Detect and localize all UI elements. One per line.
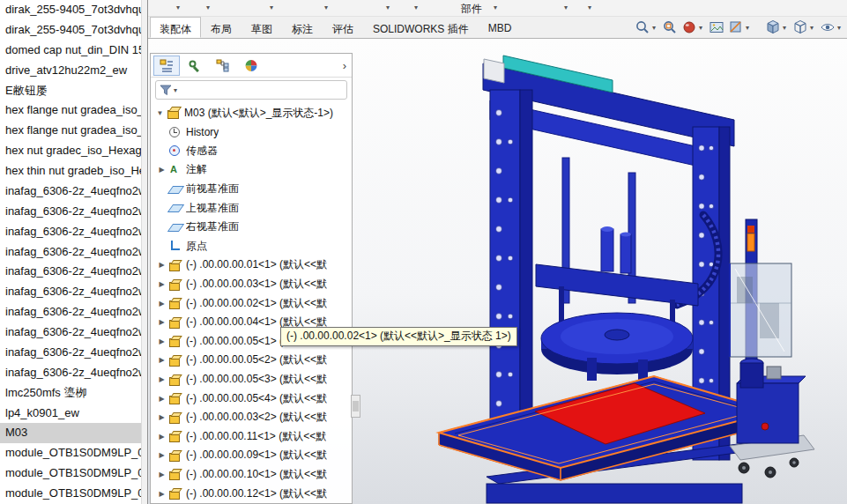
parts-list-item[interactable]: lp4_k0901_ew	[0, 404, 141, 424]
parts-list-item[interactable]: module_OTB1S0DM9LP_03	[0, 484, 141, 504]
parts-list-item[interactable]: inafag_6306-2z_4ueqfno2w	[0, 363, 141, 383]
parts-list-item[interactable]: module_OTB1S0DM9LP_01	[0, 443, 141, 463]
feature-tree-item[interactable]: ▶ (-) .00.00.00.05<4> (默认<<默	[151, 389, 352, 408]
apply-scene-icon[interactable]	[707, 19, 725, 37]
dropdown-caret-icon[interactable]	[746, 24, 753, 32]
dropdown-caret-icon[interactable]	[588, 4, 591, 11]
parts-list-item[interactable]: lmc250mfs 瑬栁	[0, 383, 141, 404]
parts-list-item[interactable]: inafag_6306-2z_4ueqfno2w	[0, 343, 141, 363]
expand-arrow-icon[interactable]: ▶	[157, 375, 167, 383]
zoom-to-fit-icon[interactable]	[633, 19, 651, 37]
parts-list-item[interactable]: module_OTB1S0DM9LP_02	[0, 463, 141, 484]
parts-list-item[interactable]: inafag_6306-2z_4ueqfno2w	[0, 302, 141, 322]
dropdown-caret-icon[interactable]	[837, 24, 844, 32]
expand-arrow-icon[interactable]: ▶	[157, 433, 167, 441]
dropdown-caret-icon[interactable]	[324, 4, 328, 11]
parts-list-item[interactable]: E敝钮屡	[0, 81, 141, 101]
dropdown-caret-icon[interactable]	[652, 24, 659, 32]
ribbon-tab[interactable]: MBD	[479, 17, 522, 38]
edit-appearance-icon[interactable]	[680, 19, 698, 37]
parts-list-item[interactable]: M03	[0, 423, 141, 443]
feature-tree-item[interactable]: ▶ (-) .00.00.00.11<1> (默认<<默	[151, 427, 352, 447]
dropdown-caret-icon[interactable]	[270, 4, 273, 11]
expand-arrow-icon[interactable]: ▶	[157, 413, 167, 421]
parts-list-scrollbar[interactable]	[141, 0, 147, 504]
feature-tree-item[interactable]: ▶ (-) .00.00.00.05<3> (默认<<默	[151, 370, 352, 389]
panel-expand-chevron-icon[interactable]	[343, 59, 346, 72]
parts-list-item[interactable]: inafag_6306-2z_4ueqfno2w	[0, 182, 141, 202]
expand-arrow-icon[interactable]: ▶	[157, 337, 167, 345]
display-style-icon[interactable]	[791, 19, 809, 37]
dropdown-caret-icon[interactable]	[699, 24, 706, 32]
feature-tree-item[interactable]: ▶ (-) .00.00.00.12<1> (默认<<默	[151, 484, 352, 503]
dropdown-caret-icon[interactable]	[494, 4, 497, 11]
dropdown-caret-icon[interactable]	[783, 24, 790, 32]
parts-list-item[interactable]: dirak_255-9405_7ot3dvhqu	[0, 0, 141, 20]
section-view-icon[interactable]	[726, 19, 745, 37]
ribbon-tab[interactable]: 布局	[201, 17, 241, 38]
ribbon-tab[interactable]: 草图	[241, 17, 282, 38]
parts-list-item[interactable]: hex thin nut gradeb_iso_He	[0, 161, 141, 182]
feature-tree-item[interactable]: 右视基准面	[151, 218, 352, 237]
dropdown-caret-icon[interactable]	[414, 4, 418, 11]
feature-tree-item[interactable]: 前视基准面	[151, 180, 352, 199]
feature-tree-item[interactable]: ▶ (-) .00.00.00.09<1> (默认<<默	[151, 446, 352, 465]
feature-tree-item[interactable]: ▶ (-) .00.00.00.01<1> (默认<<默	[151, 256, 352, 275]
parts-list-item[interactable]: dirak_255-9405_7ot3dvhqu	[0, 20, 141, 41]
tab-configurationmanager[interactable]	[210, 56, 236, 76]
enclosure-part[interactable]	[730, 263, 791, 357]
feature-tree-item[interactable]: ▶ (-) .00.00.00.05<2> (默认<<默	[151, 351, 352, 370]
viewport-3d[interactable]: ▼ M03 (默认<默认>_显示状态-1>) History 传感器 ▶	[148, 39, 847, 504]
left-column-part[interactable]	[485, 90, 532, 455]
feature-tree-item[interactable]: ▶ (-) .00.00.00.10<1> (默认<<默	[151, 465, 352, 485]
parts-list-item[interactable]: inafag_6306-2z_4ueqfno2w	[0, 282, 141, 302]
expand-arrow-icon[interactable]: ▶	[157, 471, 167, 478]
part-menu-button[interactable]: 部件	[458, 2, 485, 17]
hide-show-items-icon[interactable]	[818, 19, 836, 37]
tab-propertymanager[interactable]	[182, 56, 208, 76]
tree-filter-input[interactable]	[155, 80, 347, 100]
expand-arrow-icon[interactable]: ▶	[157, 490, 167, 498]
dropdown-caret-icon[interactable]	[174, 86, 177, 94]
expand-arrow-icon[interactable]: ▶	[157, 451, 167, 459]
expand-arrow-icon[interactable]: ▶	[157, 280, 167, 288]
expand-arrow-icon[interactable]: ▶	[157, 300, 167, 308]
dropdown-caret-icon[interactable]	[564, 4, 568, 11]
ribbon-tab[interactable]: 装配体	[150, 17, 201, 38]
parts-list-item[interactable]: hex flange nut gradea_iso_	[0, 100, 141, 121]
expand-arrow-icon[interactable]: ▶	[157, 395, 167, 403]
tab-displaymanager[interactable]	[238, 56, 264, 76]
ribbon-tab[interactable]: SOLIDWORKS 插件	[363, 17, 479, 38]
parts-list-item[interactable]: inafag_6306-2z_4ueqfno2w	[0, 322, 141, 343]
expand-arrow-icon[interactable]: ▶	[157, 318, 167, 326]
expand-arrow-icon[interactable]: ▶	[157, 356, 167, 364]
feature-tree-item[interactable]: 传感器	[151, 142, 352, 161]
tab-featuremanager[interactable]	[153, 56, 180, 76]
view-orientation-icon[interactable]	[763, 19, 782, 37]
feature-tree-root[interactable]: ▼ M03 (默认<默认>_显示状态-1>)	[151, 103, 352, 122]
dropdown-caret-icon[interactable]	[176, 4, 180, 11]
parts-list-item[interactable]: domed cap nut_din_DIN 15	[0, 41, 141, 61]
zoom-to-area-icon[interactable]	[660, 19, 679, 37]
parts-list-item[interactable]: hex flange nut gradea_iso_	[0, 121, 141, 141]
ribbon-tab[interactable]: 评估	[323, 17, 363, 38]
parts-list-item[interactable]: hex nut gradec_iso_Hexag	[0, 141, 141, 161]
parts-list-item[interactable]: inafag_6306-2z_4ueqfno2w	[0, 242, 141, 263]
feature-tree-item[interactable]: 原点	[151, 237, 352, 256]
feature-tree-item[interactable]: ▶ 注解	[151, 160, 352, 180]
parts-list-item[interactable]: inafag_6306-2z_4ueqfno2w	[0, 202, 141, 222]
dropdown-caret-icon[interactable]	[206, 4, 210, 11]
expand-arrow-icon[interactable]: ▶	[157, 261, 167, 269]
expand-arrow-icon[interactable]: ▶	[157, 166, 167, 174]
ribbon-tab[interactable]: 标注	[282, 17, 323, 38]
feature-tree-item[interactable]: ▶ (-) .00.00.00.02<1> (默认<<默	[151, 293, 352, 313]
parts-list-item[interactable]: drive_atv12hu22m2_ew	[0, 61, 141, 81]
hydraulic-unit-part[interactable]	[730, 359, 814, 478]
tree-scrollbar-fragment[interactable]	[351, 395, 360, 418]
feature-tree-item[interactable]: 上视基准面	[151, 198, 352, 218]
dropdown-caret-icon[interactable]	[810, 24, 817, 32]
feature-tree-item[interactable]: History	[151, 122, 352, 142]
parts-list-item[interactable]: inafag_6306-2z_4ueqfno2w	[0, 262, 141, 282]
expand-arrow-icon[interactable]: ▼	[155, 109, 165, 117]
parts-list-item[interactable]: inafag_6306-2z_4ueqfno2w	[0, 222, 141, 242]
